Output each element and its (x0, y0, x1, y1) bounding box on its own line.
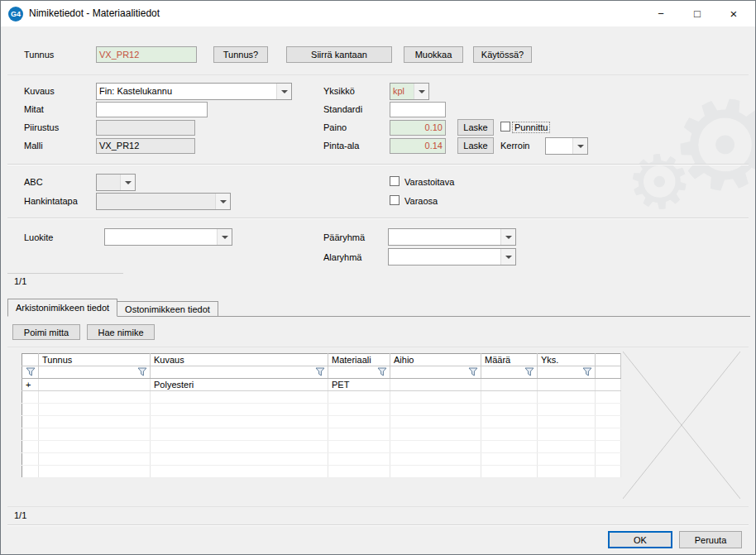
column-header[interactable]: Määrä (481, 354, 538, 366)
malli-input[interactable]: VX_PR12 (96, 138, 195, 154)
cell[interactable] (538, 379, 596, 391)
grid-filter-row (22, 366, 621, 379)
maximize-icon: □ (694, 7, 701, 20)
filter-icon[interactable] (377, 367, 387, 376)
kuvaus-label: Kuvaus (24, 86, 55, 96)
pinta-ala-label: Pinta-ala (323, 141, 359, 151)
varaosa-checkbox-label[interactable]: Varaosa (404, 196, 438, 206)
peruuta-button[interactable]: Peruuta (679, 531, 742, 548)
table-row[interactable] (22, 466, 621, 478)
column-header[interactable]: Kuvaus (151, 354, 328, 366)
chevron-down-icon[interactable] (215, 194, 230, 209)
hankintatapa-combobox[interactable] (96, 193, 231, 210)
chevron-down-icon[interactable] (572, 138, 587, 154)
tab-ostonimikkeen-tiedot[interactable]: Ostonimikkeen tiedot (117, 301, 218, 317)
separator (7, 165, 749, 165)
abc-combobox[interactable] (96, 174, 136, 191)
abc-label: ABC (24, 177, 43, 187)
varaosa-checkbox[interactable] (390, 195, 400, 205)
tab-arkistonimikkeen-tiedot[interactable]: Arkistonimikkeen tiedot (7, 299, 117, 317)
filter-cell[interactable] (39, 366, 151, 379)
filter-cell[interactable] (22, 366, 39, 379)
cell[interactable]: Polyesteri (151, 379, 328, 391)
varastoitava-checkbox-label[interactable]: Varastoitava (404, 177, 454, 187)
table-row[interactable] (22, 441, 621, 453)
chevron-down-icon[interactable] (500, 249, 515, 265)
filter-cell[interactable] (151, 366, 328, 379)
punnittu-checkbox[interactable] (500, 122, 510, 132)
cell[interactable] (390, 379, 481, 391)
filter-cell[interactable] (481, 366, 538, 379)
filter-icon[interactable] (26, 367, 36, 376)
filter-icon[interactable] (468, 367, 478, 376)
placeholder-x-icon (623, 352, 740, 499)
paaryhma-combobox[interactable] (388, 228, 516, 246)
kerroin-label: Kerroin (500, 141, 529, 151)
tunnus-query-button[interactable]: Tunnus? (213, 46, 268, 63)
luokite-combobox[interactable] (104, 228, 232, 246)
piirustus-label: Piirustus (24, 122, 59, 132)
yksikko-combobox[interactable]: kpl (390, 83, 429, 100)
pinta-ala-input[interactable]: 0.14 (390, 138, 446, 154)
separator (7, 347, 749, 347)
alaryhma-combobox[interactable] (388, 248, 516, 266)
mitat-input[interactable] (96, 102, 208, 117)
cell[interactable] (481, 379, 538, 391)
siirra-kantaan-button[interactable]: Siirrä kantaan (286, 46, 392, 63)
row-marker-cell: + (22, 379, 39, 391)
cell[interactable] (39, 379, 151, 391)
maximize-button[interactable]: □ (679, 1, 715, 26)
app-icon: G4 (8, 7, 23, 22)
table-row[interactable] (22, 391, 621, 404)
piirustus-input[interactable] (96, 120, 195, 136)
paaryhma-label: Pääryhmä (323, 232, 365, 242)
paino-input[interactable]: 0.10 (390, 120, 446, 136)
standardi-label: Standardi (323, 104, 362, 114)
standardi-input[interactable] (390, 102, 446, 117)
close-button[interactable]: × (715, 1, 752, 26)
laske-pinta-ala-button[interactable]: Laske (457, 137, 494, 154)
minimize-button[interactable]: − (643, 1, 679, 26)
varastoitava-checkbox[interactable] (390, 176, 400, 186)
chevron-down-icon[interactable] (217, 229, 232, 245)
poimi-mitta-button[interactable]: Poimi mitta (12, 324, 80, 340)
filter-cell[interactable] (328, 366, 390, 379)
table-row[interactable]: + PolyesteriPET (22, 379, 621, 391)
kaytossa-button[interactable]: Käytössä? (473, 46, 532, 63)
column-header[interactable]: Yks. (538, 354, 596, 366)
chevron-down-icon[interactable] (414, 84, 428, 99)
hae-nimike-button[interactable]: Hae nimike (87, 324, 155, 340)
image-preview-placeholder (623, 352, 740, 499)
tunnus-input[interactable]: VX_PR12 (96, 46, 197, 63)
chevron-down-icon[interactable] (120, 175, 135, 190)
chevron-down-icon[interactable] (276, 84, 291, 99)
table-row[interactable] (22, 453, 621, 466)
malli-label: Malli (24, 141, 43, 151)
filter-icon[interactable] (524, 367, 534, 376)
punnittu-checkbox-label[interactable]: Punnittu (513, 122, 549, 132)
table-row[interactable] (22, 404, 621, 416)
luokite-label: Luokite (24, 232, 53, 242)
filter-cell[interactable] (390, 366, 481, 379)
muokkaa-button[interactable]: Muokkaa (404, 46, 463, 63)
table-row[interactable] (22, 416, 621, 428)
separator (7, 218, 749, 219)
kuvaus-combobox[interactable]: Fin: Kastelukannu (96, 83, 292, 100)
column-header[interactable]: Materiaali (328, 354, 390, 366)
filter-cell[interactable] (538, 366, 596, 379)
materials-dialog: ⚙ ⚙ G4 Nimiketiedot - Materiaalitiedot −… (0, 0, 756, 555)
laske-paino-button[interactable]: Laske (457, 119, 494, 136)
kerroin-combobox[interactable] (545, 137, 588, 155)
filter-icon[interactable] (582, 367, 592, 376)
filter-icon[interactable] (137, 367, 147, 376)
mitat-label: Mitat (24, 104, 44, 114)
hankintatapa-label: Hankintatapa (24, 196, 78, 206)
column-header[interactable]: Tunnus (39, 354, 151, 366)
column-header[interactable]: Aihio (390, 354, 481, 366)
separator (7, 506, 749, 507)
table-row[interactable] (22, 428, 621, 441)
chevron-down-icon[interactable] (500, 229, 515, 245)
cell[interactable]: PET (328, 379, 390, 391)
ok-button[interactable]: OK (608, 531, 672, 548)
filter-icon[interactable] (315, 367, 325, 376)
